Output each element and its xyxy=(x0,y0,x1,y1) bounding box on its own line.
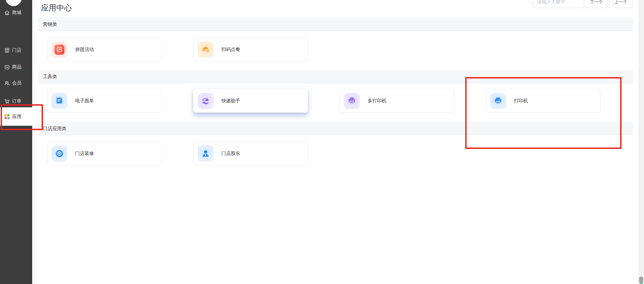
sidebar: 商城 门店 商品 xyxy=(0,0,32,284)
app-card-label: 扫码点餐 xyxy=(221,47,240,53)
store-shareholder-icon xyxy=(198,146,214,162)
sidebar-item-store[interactable]: 门店 xyxy=(0,46,32,55)
waybill-icon xyxy=(51,93,67,109)
annotation-box-printer-card xyxy=(465,77,622,149)
app-card-multi-printer[interactable]: 多打印机 xyxy=(339,89,454,113)
scrollbar-thumb[interactable] xyxy=(639,277,643,283)
sidebar-item-label: 应用 xyxy=(12,114,21,120)
app-card-label: 打印机 xyxy=(514,98,528,104)
order-cart-icon xyxy=(4,98,10,105)
next-button[interactable]: 下一个 xyxy=(585,0,608,8)
store-decor-icon xyxy=(51,146,67,162)
sidebar-item-label: 门店 xyxy=(12,47,21,53)
sidebar-item-label: 商品 xyxy=(12,64,21,70)
section-title: 工具类 xyxy=(43,74,57,79)
app-center-screen: 商城 门店 商品 xyxy=(0,0,644,284)
app-card-scan-order[interactable]: 扫码点餐 xyxy=(193,38,308,61)
app-card-printer[interactable]: 打印机 xyxy=(486,89,600,113)
goods-bag-icon xyxy=(4,64,10,70)
express-helper-icon xyxy=(198,93,214,109)
sidebar-item-orders[interactable]: 订单 xyxy=(0,97,32,106)
app-card-label: 门店股东 xyxy=(221,151,240,157)
scan-order-icon xyxy=(198,42,214,58)
vertical-scrollbar[interactable] xyxy=(638,0,644,284)
section-header-store-apps: 门店应用类 xyxy=(38,122,633,135)
home-icon xyxy=(4,10,10,16)
section-title: 营销类 xyxy=(43,21,57,27)
prev-button[interactable]: 上一个 xyxy=(609,0,632,8)
sidebar-item-label: 商城 xyxy=(12,10,21,16)
sidebar-item-goods[interactable]: 商品 xyxy=(0,63,32,71)
sidebar-item-label: 会员 xyxy=(12,80,21,86)
multi-printer-icon xyxy=(344,93,360,109)
section-header-tools: 工具类 xyxy=(38,70,633,83)
printer-icon xyxy=(490,93,506,109)
avatar[interactable] xyxy=(5,0,22,6)
app-card-label: 电子面单 xyxy=(75,98,94,104)
sidebar-item-mall[interactable]: 商城 xyxy=(0,8,32,17)
app-card-store-shareholder[interactable]: 门店股东 xyxy=(193,141,308,165)
keyword-search-input[interactable] xyxy=(533,0,584,8)
page-title: 应用中心 xyxy=(41,3,72,13)
groupbuy-icon xyxy=(51,42,67,58)
app-card-store-decor[interactable]: 门店装修 xyxy=(47,141,162,165)
app-card-label: 多打印机 xyxy=(368,98,386,104)
storefront-icon xyxy=(4,47,10,54)
app-card-express-helper[interactable]: 快递助手 xyxy=(193,89,308,113)
apps-grid-icon xyxy=(4,113,10,120)
sidebar-item-members[interactable]: 会员 xyxy=(0,79,32,88)
app-card-waybill[interactable]: 电子面单 xyxy=(47,89,162,113)
section-title: 门店应用类 xyxy=(43,126,66,131)
app-card-groupbuy[interactable]: 拼团活动 xyxy=(47,38,162,61)
members-icon xyxy=(4,80,10,87)
app-card-label: 门店装修 xyxy=(75,151,94,157)
app-card-label: 快递助手 xyxy=(221,98,240,104)
sidebar-item-apps[interactable]: 应用 xyxy=(0,107,32,126)
sidebar-item-label: 订单 xyxy=(12,98,21,104)
section-header-marketing: 营销类 xyxy=(38,17,633,31)
app-card-label: 拼团活动 xyxy=(75,47,94,53)
